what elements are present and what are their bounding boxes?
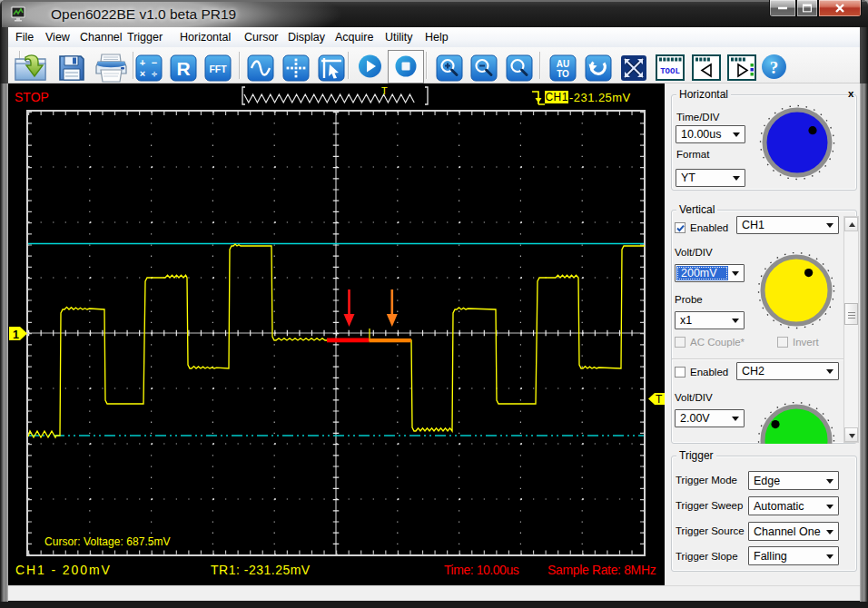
svg-text:÷: ÷ bbox=[152, 68, 157, 79]
svg-text:TO: TO bbox=[557, 69, 569, 79]
svg-text:T: T bbox=[381, 85, 388, 96]
svg-text:×: × bbox=[140, 68, 145, 79]
svg-text:TOOL: TOOL bbox=[660, 67, 680, 76]
svg-text:+: + bbox=[140, 57, 145, 68]
svg-text:?: ? bbox=[770, 58, 779, 77]
svg-text:T: T bbox=[656, 393, 663, 405]
svg-text:1: 1 bbox=[13, 329, 19, 341]
svg-text:AU: AU bbox=[557, 59, 569, 69]
svg-text:FFT: FFT bbox=[209, 64, 227, 74]
svg-text:R: R bbox=[176, 58, 190, 79]
svg-text:−: − bbox=[152, 57, 157, 68]
